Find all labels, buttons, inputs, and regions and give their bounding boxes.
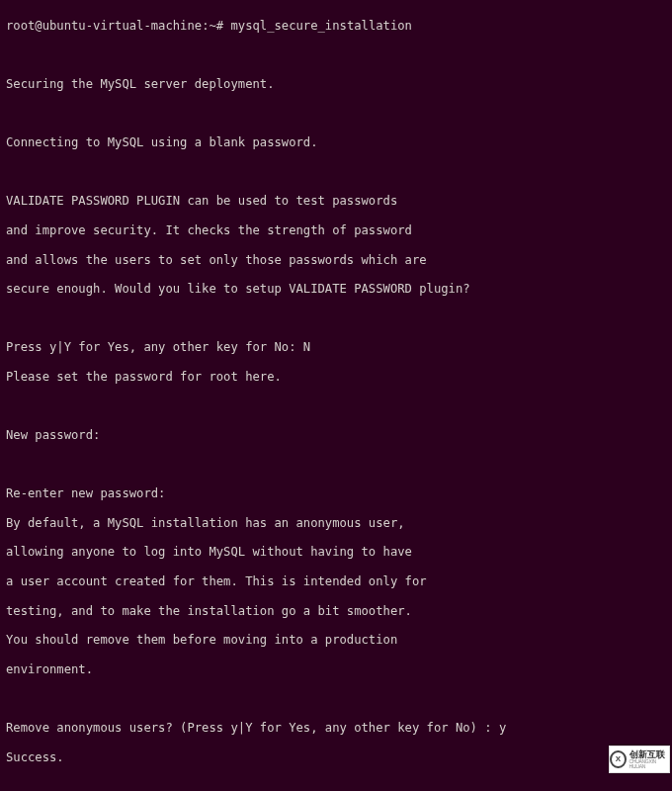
output-line: Please set the password for root here. xyxy=(6,370,666,385)
output-line: and improve security. It checks the stre… xyxy=(6,223,666,238)
terminal[interactable]: root@ubuntu-virtual-machine:~# mysql_sec… xyxy=(0,0,672,791)
output-line: Press y|Y for Yes, any other key for No:… xyxy=(6,340,666,355)
blank xyxy=(6,311,666,326)
output-line: environment. xyxy=(6,662,666,677)
output-line: Remove anonymous users? (Press y|Y for Y… xyxy=(6,721,666,736)
output-line: Success. xyxy=(6,750,666,765)
output-line: a user account created for them. This is… xyxy=(6,574,666,589)
output-line: Connecting to MySQL using a blank passwo… xyxy=(6,135,666,150)
output-line: Securing the MySQL server deployment. xyxy=(6,77,666,92)
prompt-sep: :~# xyxy=(202,19,223,33)
output-line: VALIDATE PASSWORD PLUGIN can be used to … xyxy=(6,194,666,209)
prompt-line: root@ubuntu-virtual-machine:~# mysql_sec… xyxy=(6,19,666,34)
output-line: You should remove them before moving int… xyxy=(6,633,666,648)
blank xyxy=(6,47,666,62)
blank xyxy=(6,458,666,473)
output-line: secure enough. Would you like to setup V… xyxy=(6,282,666,297)
watermark-logo-icon: X xyxy=(610,750,627,768)
blank xyxy=(6,107,666,122)
blank xyxy=(6,165,666,180)
watermark-text: 创新互联 CHUANGXIN HULIAN xyxy=(630,750,669,769)
watermark-py: CHUANGXIN HULIAN xyxy=(630,759,669,769)
blank xyxy=(6,399,666,414)
output-line: New password: xyxy=(6,428,666,443)
command-text: mysql_secure_installation xyxy=(230,19,411,33)
blank xyxy=(6,779,666,791)
output-line: By default, a MySQL installation has an … xyxy=(6,516,666,531)
output-line: allowing anyone to log into MySQL withou… xyxy=(6,545,666,560)
output-line: Re-enter new password: xyxy=(6,486,666,501)
prompt-user: root@ubuntu-virtual-machine xyxy=(6,19,202,33)
output-line: testing, and to make the installation go… xyxy=(6,604,666,619)
watermark-badge: X 创新互联 CHUANGXIN HULIAN xyxy=(609,746,670,773)
output-line: and allows the users to set only those p… xyxy=(6,253,666,268)
blank xyxy=(6,691,666,706)
